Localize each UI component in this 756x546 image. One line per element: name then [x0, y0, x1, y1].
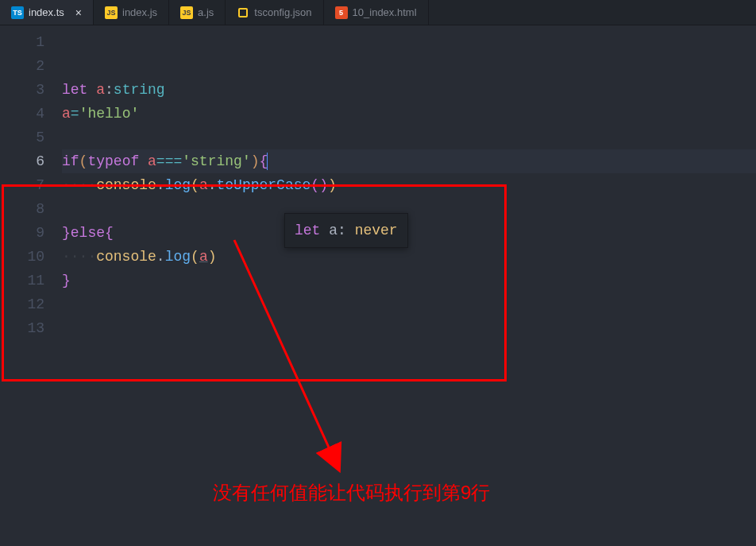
- ts-icon: TS: [11, 6, 24, 19]
- line-number: 2: [0, 54, 44, 78]
- code-line: [62, 292, 756, 316]
- tab-label: tsconfig.json: [254, 6, 311, 18]
- line-number: 10: [0, 245, 44, 269]
- code-line-current: if(typeof a==='string'){: [62, 149, 756, 173]
- code-area[interactable]: let a:string a='hello' if(typeof a==='st…: [62, 25, 756, 546]
- line-number: 5: [0, 126, 44, 149]
- code-line: a='hello': [62, 102, 756, 126]
- line-number: 13: [0, 316, 44, 340]
- line-number: 9: [0, 221, 44, 245]
- code-line: [62, 126, 756, 149]
- tab-index-js[interactable]: JS index.js: [94, 0, 169, 25]
- tab-10-index-html[interactable]: 5 10_index.html: [324, 0, 429, 25]
- line-number: 3: [0, 78, 44, 102]
- line-number: 12: [0, 292, 44, 316]
- annotation-text: 没有任何值能让代码执行到第9行: [213, 480, 490, 505]
- line-number: 4: [0, 102, 44, 126]
- code-line: ····console.log(a.toUpperCase()): [62, 173, 756, 197]
- tab-index-ts[interactable]: TS index.ts ×: [0, 0, 94, 25]
- line-number: 11: [0, 269, 44, 292]
- tab-label: index.ts: [29, 6, 64, 18]
- json-icon: [237, 6, 249, 19]
- code-line: [62, 30, 756, 54]
- html-icon: 5: [335, 6, 348, 19]
- tab-bar: TS index.ts × JS index.js JS a.js tsconf…: [0, 0, 756, 25]
- close-icon[interactable]: ×: [75, 7, 82, 18]
- code-line: }: [62, 269, 756, 292]
- js-icon: JS: [105, 6, 118, 19]
- tab-label: a.js: [198, 6, 214, 18]
- code-line: [62, 54, 756, 78]
- hover-tooltip: let a: never: [284, 213, 408, 248]
- line-number: 7: [0, 173, 44, 197]
- text-cursor: [267, 153, 268, 170]
- code-line: let a:string: [62, 78, 756, 102]
- tab-tsconfig[interactable]: tsconfig.json: [226, 0, 323, 25]
- line-number: 1: [0, 30, 44, 54]
- editor: 12345678910111213 let a:string a='hello'…: [0, 25, 756, 546]
- code-line: [62, 197, 756, 221]
- code-line: ····console.log(a): [62, 245, 756, 269]
- line-gutter: 12345678910111213: [0, 25, 62, 546]
- line-number: 8: [0, 197, 44, 221]
- line-number: 6: [0, 149, 44, 173]
- tab-label: index.js: [122, 6, 157, 18]
- tab-label: 10_index.html: [353, 6, 417, 18]
- code-line: }else{: [62, 221, 756, 245]
- js-icon: JS: [180, 6, 193, 19]
- tab-a-js[interactable]: JS a.js: [169, 0, 226, 25]
- code-line: [62, 316, 756, 340]
